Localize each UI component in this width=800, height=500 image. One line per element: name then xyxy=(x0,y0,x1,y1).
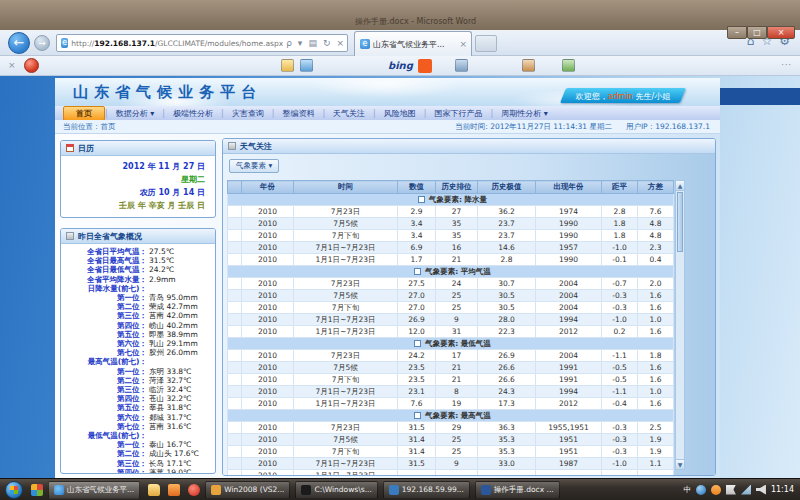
vertical-scrollbar[interactable]: ▲ ▼ xyxy=(675,180,685,470)
scroll-down-icon[interactable]: ▼ xyxy=(676,459,684,469)
nav-item-9[interactable]: 周期性分析 ▾ xyxy=(493,108,556,119)
forward-icon[interactable]: → xyxy=(34,35,50,51)
volume-icon[interactable] xyxy=(756,485,766,495)
taskbar-ie-window[interactable]: 山东省气候业务平... xyxy=(48,481,140,499)
toolbar-overflow-icon[interactable]: ··· xyxy=(781,61,792,70)
table-row[interactable]: 20107月下旬31.42535.31951-0.31.9 xyxy=(228,446,674,458)
bing-logo[interactable]: bing xyxy=(388,60,413,71)
tab-close-icon[interactable]: × xyxy=(459,39,467,49)
language-indicator[interactable]: 中 xyxy=(683,485,691,495)
table-group-row[interactable]: 气象要素: 最低气温 xyxy=(228,338,674,350)
table-cell: 4.8 xyxy=(638,218,674,230)
overview-value: 31.5℃ xyxy=(149,256,174,265)
nav-item-7[interactable]: 风险地图 xyxy=(376,108,424,119)
nav-item-4[interactable]: 灾害查询 xyxy=(224,108,272,119)
table-cell: 7月5候 xyxy=(294,290,398,302)
media-player-icon[interactable] xyxy=(188,484,200,496)
nav-item-6[interactable]: 天气关注 xyxy=(325,108,373,119)
table-row[interactable]: 20107月1日~7月23日26.9928.01994-1.01.0 xyxy=(228,314,674,326)
nav-item-3[interactable]: 极端性分析 xyxy=(165,108,221,119)
bing-search-icon[interactable] xyxy=(418,59,432,73)
card-icon[interactable] xyxy=(281,59,294,72)
table-row[interactable]: 20101月1日~7月23日12.03122.320120.21.6 xyxy=(228,326,674,338)
scroll-thumb[interactable] xyxy=(677,192,683,252)
taskbar-window-3[interactable]: 192.168.59.99... xyxy=(383,481,470,499)
taskbar-window-2[interactable]: C:\Windows\s... xyxy=(295,481,377,499)
table-row[interactable]: 20107月下旬27.02530.52004-0.31.6 xyxy=(228,302,674,314)
scroll-up-icon[interactable]: ▲ xyxy=(676,181,684,191)
back-icon[interactable]: ← xyxy=(8,32,30,54)
table-row[interactable]: 20107月1日~7月23日6.91614.61957-1.02.3 xyxy=(228,242,674,254)
table-cell: 31.4 xyxy=(398,434,436,446)
table-group-row[interactable]: 气象要素: 降水量 xyxy=(228,194,674,206)
taskbar-window-1[interactable]: Win2008 (VS2... xyxy=(205,481,290,499)
recycle-icon[interactable] xyxy=(562,59,575,72)
address-bar[interactable]: e http://192.168.137.1/GLCCLIMATE/module… xyxy=(56,34,348,52)
table-row[interactable]: 20107月1日~7月23日23.1824.31994-1.11.0 xyxy=(228,386,674,398)
table-row[interactable]: 20107月下旬3.43523.719901.84.8 xyxy=(228,230,674,242)
overview-label: 第六位： xyxy=(61,413,147,422)
table-group-row[interactable]: 气象要素: 最高气温 xyxy=(228,410,674,422)
camera-icon[interactable] xyxy=(455,59,468,72)
maximize-button[interactable]: □ xyxy=(747,26,767,39)
autocomplete-dropdown-icon[interactable]: ▾ xyxy=(295,38,306,48)
action-center-flag-icon[interactable] xyxy=(726,485,736,495)
overview-line: 第七位：胶州 26.0mm xyxy=(61,348,215,357)
qq-icon[interactable] xyxy=(711,485,721,495)
table-row[interactable]: 20107月23日31.52936.31955,1951-0.32.5 xyxy=(228,422,674,434)
table-row[interactable]: 20107月下旬23.52126.61991-0.51.6 xyxy=(228,374,674,386)
tab-title: 山东省气候业务平... xyxy=(373,39,445,50)
search-icon[interactable]: ρ xyxy=(283,38,295,48)
pinned-app-icon[interactable] xyxy=(31,484,43,496)
table-row[interactable]: 20107月5候3.43523.719901.84.8 xyxy=(228,218,674,230)
nav-item-1[interactable]: 首页 xyxy=(63,106,105,121)
paw-icon[interactable] xyxy=(522,59,535,72)
tray-clock[interactable]: 11:14 xyxy=(771,485,794,494)
taskbar-window-icon xyxy=(481,485,491,495)
nav-item-5[interactable]: 整编资料 xyxy=(274,108,322,119)
table-row[interactable]: 20107月5候31.42535.31951-0.31.9 xyxy=(228,434,674,446)
tray-app-icon[interactable] xyxy=(696,485,706,495)
table-row[interactable]: 20101月1日~7月23日7.61917.32012-0.41.6 xyxy=(228,398,674,410)
network-icon[interactable] xyxy=(741,485,751,495)
element-filter-button[interactable]: 气象要素 ▾ xyxy=(229,159,279,173)
table-header-cell: 历史极值 xyxy=(478,181,536,194)
table-row[interactable]: 20107月23日24.21726.92004-1.11.8 xyxy=(228,350,674,362)
table-cell: 2010 xyxy=(242,302,294,314)
collapse-box-icon[interactable] xyxy=(414,340,421,347)
table-row[interactable]: 20107月5候27.02530.52004-0.31.6 xyxy=(228,290,674,302)
new-tab-button[interactable] xyxy=(475,35,497,52)
mail-icon[interactable] xyxy=(300,59,313,72)
collapse-box-icon[interactable] xyxy=(414,268,421,275)
table-row[interactable]: 20107月5候23.52126.61991-0.51.6 xyxy=(228,362,674,374)
overview-label: 第四位： xyxy=(61,394,147,403)
taskbar-window-4[interactable]: 操作手册.docx ... xyxy=(475,481,560,499)
compatibility-icon[interactable]: ▤ xyxy=(305,38,320,48)
minimize-button[interactable]: – xyxy=(727,26,747,39)
weather-panel-header: 天气关注 xyxy=(223,139,715,154)
nav-item-2[interactable]: 数据分析 ▾ xyxy=(108,108,163,119)
collapse-box-icon[interactable] xyxy=(418,196,425,203)
app-orange-icon[interactable] xyxy=(168,484,180,496)
table-row[interactable]: 20107月23日2.92736.219742.87.6 xyxy=(228,206,674,218)
table-cell: 1.0 xyxy=(638,386,674,398)
nav-item-8[interactable]: 国家下行产品 xyxy=(426,108,490,119)
toolbar-logo-icon[interactable] xyxy=(24,58,39,73)
table-row[interactable]: 20107月1日~7月23日31.5933.01987-1.01.1 xyxy=(228,458,674,470)
overview-line: 全省平均降水量：2.9mm xyxy=(61,275,215,284)
browser-tab[interactable]: e 山东省气候业务平... × xyxy=(354,31,472,56)
start-button[interactable] xyxy=(5,481,23,499)
stop-icon[interactable]: × xyxy=(333,38,347,48)
table-row[interactable]: 20101月1日~7月23日 xyxy=(228,470,674,477)
table-cell: 1.6 xyxy=(638,362,674,374)
table-group-row[interactable]: 气象要素: 平均气温 xyxy=(228,266,674,278)
refresh-icon[interactable]: ↻ xyxy=(320,38,334,48)
toolbar-close-icon[interactable]: × xyxy=(8,60,16,70)
explorer-folder-icon[interactable] xyxy=(148,484,160,496)
table-cell: 1990 xyxy=(536,218,602,230)
window-titlebar: 操作手册.docx - Microsoft Word xyxy=(0,0,800,30)
collapse-box-icon[interactable] xyxy=(414,412,421,419)
close-button[interactable]: × xyxy=(767,26,795,39)
table-row[interactable]: 20107月23日27.52430.72004-0.72.0 xyxy=(228,278,674,290)
table-row[interactable]: 20101月1日~7月23日1.7212.81990-0.10.4 xyxy=(228,254,674,266)
